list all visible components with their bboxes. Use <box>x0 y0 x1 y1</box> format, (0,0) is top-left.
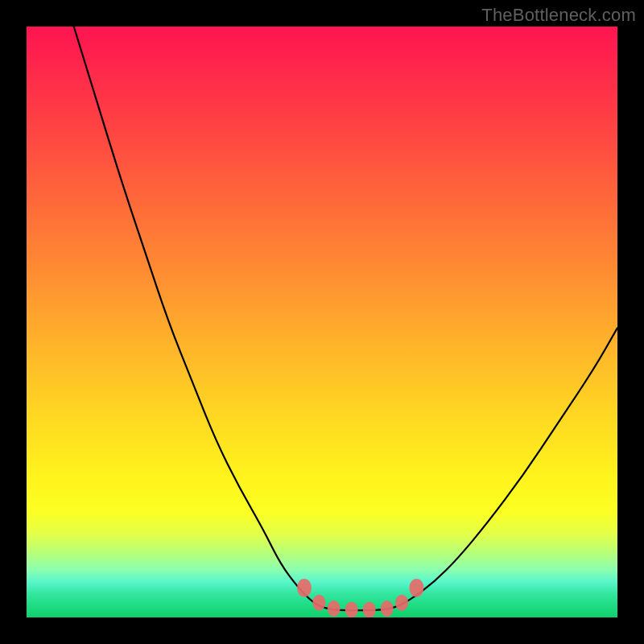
curve-marker <box>409 579 423 597</box>
curve-marker <box>297 579 312 597</box>
curve-marker <box>363 601 376 617</box>
watermark-text: TheBottleneck.com <box>481 5 636 26</box>
curve-marker <box>312 595 325 611</box>
curve-marker <box>345 601 358 617</box>
curve-marker <box>381 601 394 617</box>
curve-marker <box>395 595 408 611</box>
curve-marker <box>328 601 341 617</box>
marker-group <box>297 579 423 617</box>
plot-area <box>27 27 617 617</box>
bottleneck-curve <box>74 27 617 610</box>
curve-group <box>74 27 617 610</box>
chart-svg <box>27 27 617 617</box>
chart-frame: TheBottleneck.com <box>0 0 644 644</box>
